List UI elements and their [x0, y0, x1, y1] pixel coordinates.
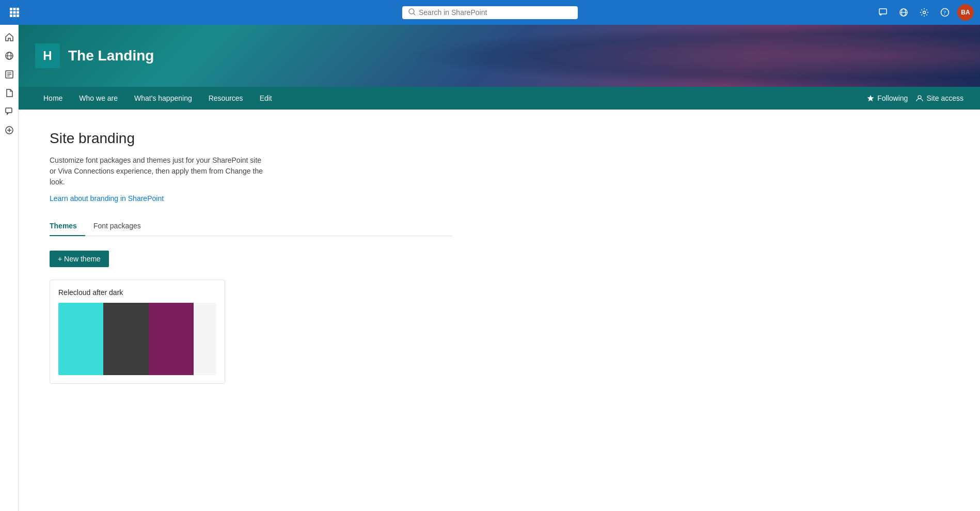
- learn-link[interactable]: Learn about branding in SharePoint: [50, 194, 164, 203]
- nav-bar: Home Who we are What's happening Resourc…: [19, 87, 980, 110]
- svg-point-16: [923, 11, 926, 14]
- nav-right: Following Site access: [867, 94, 963, 102]
- top-bar: ? BA: [0, 0, 980, 25]
- top-bar-right: ? BA: [875, 4, 974, 21]
- svg-rect-3: [10, 11, 12, 14]
- svg-rect-4: [13, 11, 16, 14]
- tab-font-packages[interactable]: Font packages: [93, 218, 149, 236]
- svg-rect-11: [879, 9, 887, 14]
- site-logo: H: [35, 43, 60, 68]
- svg-text:?: ?: [943, 9, 946, 16]
- network-icon[interactable]: [895, 4, 912, 21]
- site-access-label: Site access: [926, 94, 963, 102]
- sidebar-home-icon[interactable]: [1, 29, 18, 45]
- content-area: Site branding Customize font packages an…: [19, 110, 483, 405]
- theme-card-title: Relecloud after dark: [58, 288, 216, 297]
- nav-site-access[interactable]: Site access: [916, 94, 963, 102]
- site-header: H The Landing: [19, 25, 980, 87]
- main-wrapper: H The Landing Home Who we are What's hap…: [19, 25, 980, 405]
- svg-marker-31: [867, 95, 874, 101]
- sidebar-chat-icon[interactable]: [1, 103, 18, 120]
- waffle-icon[interactable]: [6, 4, 23, 21]
- nav-whats-happening[interactable]: What's happening: [126, 87, 200, 110]
- nav-edit[interactable]: Edit: [251, 87, 280, 110]
- svg-rect-6: [10, 14, 12, 17]
- svg-rect-5: [17, 11, 19, 14]
- nav-following[interactable]: Following: [867, 94, 908, 102]
- svg-point-9: [409, 9, 414, 14]
- color-cyan: [58, 303, 103, 375]
- svg-point-32: [918, 96, 921, 99]
- sidebar: [0, 25, 19, 405]
- svg-rect-0: [10, 8, 12, 10]
- sidebar-document-icon[interactable]: [1, 85, 18, 101]
- new-theme-button[interactable]: + New theme: [50, 251, 109, 267]
- page-title: Site branding: [50, 130, 452, 147]
- nav-who-we-are[interactable]: Who we are: [71, 87, 126, 110]
- svg-marker-12: [880, 14, 882, 16]
- search-bar[interactable]: [402, 6, 578, 19]
- help-icon[interactable]: ?: [937, 4, 953, 21]
- sidebar-globe-icon[interactable]: [1, 48, 18, 64]
- nav-home[interactable]: Home: [35, 87, 71, 110]
- theme-card: Relecloud after dark: [50, 280, 225, 384]
- search-input[interactable]: [419, 8, 572, 17]
- top-bar-left: [6, 4, 27, 21]
- nav-resources[interactable]: Resources: [200, 87, 251, 110]
- svg-rect-8: [17, 14, 19, 17]
- sidebar-feed-icon[interactable]: [1, 66, 18, 83]
- user-avatar[interactable]: BA: [957, 4, 974, 21]
- svg-rect-7: [13, 14, 16, 17]
- nav-left: Home Who we are What's happening Resourc…: [35, 87, 280, 110]
- tab-themes[interactable]: Themes: [50, 218, 85, 236]
- color-white: [194, 303, 216, 375]
- following-label: Following: [877, 94, 908, 102]
- svg-rect-1: [13, 8, 16, 10]
- svg-rect-2: [17, 8, 19, 10]
- svg-line-10: [414, 13, 415, 15]
- search-icon: [408, 8, 416, 17]
- svg-marker-27: [7, 113, 9, 115]
- theme-color-strip: [58, 303, 216, 375]
- settings-icon[interactable]: [916, 4, 932, 21]
- chat-icon[interactable]: [875, 4, 891, 21]
- page-description: Customize font packages and themes just …: [50, 155, 266, 188]
- color-purple: [149, 303, 194, 375]
- sidebar-add-icon[interactable]: [1, 122, 18, 138]
- tabs: Themes Font packages: [50, 217, 452, 236]
- color-dark-gray: [103, 303, 148, 375]
- site-title: The Landing: [68, 48, 154, 64]
- svg-rect-26: [6, 108, 12, 113]
